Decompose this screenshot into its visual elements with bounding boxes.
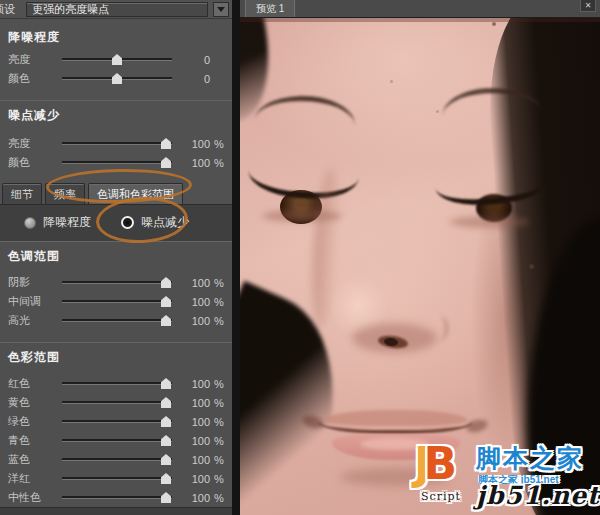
section-title: 色彩范围 bbox=[0, 342, 232, 370]
mouth-line bbox=[318, 420, 473, 434]
slider-track[interactable] bbox=[62, 161, 172, 164]
slider-thumb[interactable] bbox=[161, 435, 171, 446]
section-title: 色调范围 bbox=[0, 241, 232, 269]
section-title: 噪点减少 bbox=[0, 100, 232, 128]
slider-thumb[interactable] bbox=[161, 296, 171, 307]
slider-row: 中性色 100 % bbox=[0, 488, 232, 507]
preview-image[interactable]: JB Script 脚本之家 脚本之家 jb51.net jb51.net bbox=[240, 18, 600, 515]
slider-label: 中间调 bbox=[8, 294, 62, 309]
slider-thumb[interactable] bbox=[161, 397, 171, 408]
jb-logo: JB bbox=[414, 442, 450, 486]
radio-selected-icon bbox=[121, 216, 134, 229]
preset-value: 更强的亮度噪点 bbox=[32, 2, 109, 17]
slider-row: 颜色 100 % bbox=[0, 153, 232, 172]
slider-track[interactable] bbox=[62, 58, 172, 61]
right-under-eye-shadow bbox=[450, 216, 530, 228]
slider-row: 中间调 100 % bbox=[0, 292, 232, 311]
section-noise-degree: 降噪程度 亮度 0 颜色 0 bbox=[0, 19, 232, 88]
slider-track[interactable] bbox=[62, 420, 172, 423]
slider-row: 阴影 100 % bbox=[0, 273, 232, 292]
right-eye bbox=[436, 180, 551, 240]
slider-label: 中性色 bbox=[8, 490, 62, 505]
preset-row: 预设 更强的亮度噪点 bbox=[0, 0, 232, 19]
slider-label: 阴影 bbox=[8, 275, 62, 290]
slider-unit: % bbox=[210, 473, 224, 485]
slider-label: 亮度 bbox=[8, 52, 62, 67]
slider-track[interactable] bbox=[62, 401, 172, 404]
slider-track[interactable] bbox=[62, 382, 172, 385]
preview-pane: 预览 1 ✕ bbox=[240, 0, 600, 515]
left-eye bbox=[248, 174, 363, 234]
slider-thumb[interactable] bbox=[161, 416, 171, 427]
slider-unit: % bbox=[210, 157, 224, 169]
panel-divider bbox=[232, 0, 240, 515]
jb-logo-j: J bbox=[414, 438, 423, 489]
close-icon[interactable]: ✕ bbox=[580, 0, 596, 12]
slider-row: 黄色 100 % bbox=[0, 393, 232, 412]
preset-dropdown[interactable]: 更强的亮度噪点 bbox=[26, 2, 208, 17]
mole bbox=[529, 264, 534, 269]
radio-noise-reduce[interactable]: 噪点减少 bbox=[121, 214, 189, 231]
slider-track[interactable] bbox=[62, 319, 172, 322]
slider-unit: % bbox=[210, 277, 224, 289]
slider-value: 100 bbox=[180, 416, 210, 428]
slider-value: 100 bbox=[180, 397, 210, 409]
slider-thumb[interactable] bbox=[161, 157, 171, 168]
tab-detail[interactable]: 细节 bbox=[2, 183, 42, 204]
slider-thumb[interactable] bbox=[161, 315, 171, 326]
slider-track[interactable] bbox=[62, 458, 172, 461]
preset-label: 预设 bbox=[0, 2, 21, 17]
slider-value: 100 bbox=[180, 138, 210, 150]
slider-thumb[interactable] bbox=[161, 454, 171, 465]
panel-footer bbox=[0, 507, 232, 515]
slider-thumb[interactable] bbox=[161, 492, 171, 503]
slider-track[interactable] bbox=[62, 142, 172, 145]
slider-value: 100 bbox=[180, 378, 210, 390]
slider-value: 0 bbox=[180, 73, 210, 85]
slider-label: 红色 bbox=[8, 376, 62, 391]
slider-value: 100 bbox=[180, 435, 210, 447]
slider-thumb[interactable] bbox=[161, 378, 171, 389]
slider-track[interactable] bbox=[62, 77, 172, 80]
slider-value: 100 bbox=[180, 492, 210, 504]
slider-row: 高光 100 % bbox=[0, 311, 232, 330]
watermark-site-name: 脚本之家 bbox=[476, 446, 584, 471]
slider-thumb[interactable] bbox=[112, 54, 122, 65]
slider-value: 100 bbox=[180, 315, 210, 327]
mole-small bbox=[492, 22, 496, 26]
slider-track[interactable] bbox=[62, 477, 172, 480]
slider-thumb[interactable] bbox=[161, 277, 171, 288]
slider-unit: % bbox=[210, 138, 224, 150]
slider-thumb[interactable] bbox=[161, 473, 171, 484]
radio-noise-degree[interactable]: 降噪程度 bbox=[24, 214, 91, 231]
slider-label: 洋红 bbox=[8, 471, 62, 486]
tab-content: 降噪程度 噪点减少 色调范围 阴影 100 % 中间调 bbox=[0, 204, 232, 515]
jb-logo-script-text: Script bbox=[421, 490, 461, 503]
slider-row: 红色 100 % bbox=[0, 374, 232, 393]
preview-tab[interactable]: 预览 1 bbox=[245, 0, 295, 17]
slider-thumb[interactable] bbox=[161, 138, 171, 149]
slider-row: 亮度 0 bbox=[0, 50, 232, 69]
preview-tab-bar: 预览 1 ✕ bbox=[240, 0, 600, 18]
slider-track[interactable] bbox=[62, 496, 172, 499]
slider-value: 0 bbox=[180, 54, 210, 66]
slider-value: 100 bbox=[180, 473, 210, 485]
slider-label: 亮度 bbox=[8, 136, 62, 151]
radio-group: 降噪程度 噪点减少 bbox=[0, 205, 232, 241]
left-eyebrow bbox=[255, 92, 357, 129]
slider-track[interactable] bbox=[62, 300, 172, 303]
slider-unit: % bbox=[210, 435, 224, 447]
section-noise-reduce: 噪点减少 亮度 100 % 颜色 100 % bbox=[0, 100, 232, 172]
image-top-edge bbox=[240, 18, 600, 22]
slider-track[interactable] bbox=[62, 281, 172, 284]
radio-label: 降噪程度 bbox=[43, 214, 91, 231]
section-tonal-range: 色调范围 阴影 100 % 中间调 100 % 高光 100 % bbox=[0, 241, 232, 330]
preset-dropdown-button[interactable] bbox=[213, 2, 229, 17]
tab-frequency[interactable]: 频率 bbox=[45, 183, 85, 204]
slider-row: 洋红 100 % bbox=[0, 469, 232, 488]
tab-tone-color-range[interactable]: 色调和色彩范围 bbox=[88, 183, 183, 204]
slider-track[interactable] bbox=[62, 439, 172, 442]
nose-right-edge bbox=[422, 316, 448, 340]
slider-unit: % bbox=[210, 296, 224, 308]
slider-thumb[interactable] bbox=[112, 73, 122, 84]
